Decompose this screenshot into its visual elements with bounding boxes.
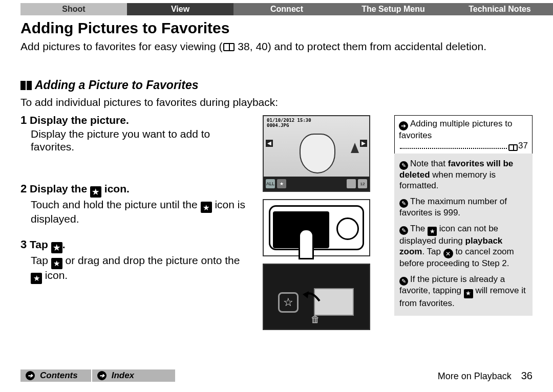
cancel-icon: ✕ — [443, 249, 453, 258]
step-3-body: Tap ★ or drag and drop the picture onto … — [31, 254, 251, 284]
footer: ➔ Contents ➔ Index More on Playback 36 — [0, 369, 553, 382]
tab-connect[interactable]: Connect — [233, 3, 340, 15]
note-icon: ✎ — [399, 199, 408, 208]
step-2-title-a: Display the — [30, 183, 90, 194]
footer-links: ➔ Contents ➔ Index — [20, 369, 176, 382]
top-tabs: Shoot View Connect The Setup Menu Techni… — [20, 3, 553, 15]
book-icon — [223, 43, 235, 51]
footer-contents-label: Contents — [40, 369, 78, 382]
leader-dots — [400, 148, 507, 149]
link-arrow-icon: ➔ — [97, 371, 107, 380]
tab-tech[interactable]: Technical Notes — [446, 3, 553, 15]
step-1-number: 1 — [20, 114, 27, 126]
thumb-star-icon: ★ — [277, 179, 286, 188]
notes-sidebar: ✎Note that favorites will be deleted whe… — [394, 154, 533, 316]
related-link-text: ➔Adding multiple pictures to favorites — [399, 119, 528, 141]
illus1-thumbbar: ALL ★ 12 — [264, 177, 369, 191]
tab-shoot[interactable]: Shoot — [20, 3, 127, 15]
star-icon: ★ — [464, 289, 473, 298]
step-3-body-c: icon. — [42, 269, 68, 281]
illus1-subject — [300, 134, 335, 173]
step-3: 3 Tap ★. Tap ★ or drag and drop the pict… — [20, 238, 251, 284]
link-arrow-icon: ➔ — [399, 121, 408, 130]
thumb-all: ALL — [266, 179, 275, 188]
step-2-body: Touch and hold the picture until the ★ i… — [31, 199, 251, 226]
step-1-title: Display the picture. — [30, 114, 129, 126]
note-1-a: Note that — [410, 159, 448, 168]
note-1: ✎Note that favorites will be deleted whe… — [399, 159, 527, 191]
thumb-pip — [347, 179, 356, 188]
footer-contents-link[interactable]: ➔ Contents — [20, 369, 91, 382]
next-arrow-icon: ▶ — [360, 140, 367, 147]
illus1-date: 01/10/2012 15:30 — [267, 118, 311, 123]
footer-section: More on Playback 36 — [438, 370, 533, 382]
drag-arrow-icon — [302, 288, 322, 303]
illustration-camera-touch — [263, 199, 370, 256]
step-2-number: 2 — [20, 182, 27, 195]
illustration-column: 01/10/2012 15:30 0004.JPG ◀ ▶ ALL ★ 12 ☆… — [263, 115, 381, 337]
link-arrow-icon: ➔ — [26, 371, 35, 380]
note-icon: ✎ — [399, 277, 408, 286]
star-icon: ★ — [90, 186, 101, 198]
step-2: 2 Display the ★ icon. Touch and hold the… — [20, 182, 251, 226]
note-icon: ✎ — [399, 161, 408, 170]
illustration-playback-screen: 01/10/2012 15:30 0004.JPG ◀ ▶ ALL ★ 12 — [263, 115, 370, 192]
illus1-filename: 0004.JPG — [267, 123, 289, 128]
page-title: Adding Pictures to Favorites — [20, 19, 229, 37]
section-subhead: Adding a Picture to Favorites — [20, 78, 199, 92]
note-4: ✎If the picture is already a favorite, t… — [399, 274, 527, 309]
step-2-title: Display the ★ icon. — [30, 183, 130, 194]
tab-setup[interactable]: The Setup Menu — [340, 3, 446, 15]
related-link-box[interactable]: ➔Adding multiple pictures to favorites 3… — [394, 115, 533, 156]
step-3-title-b: . — [62, 238, 66, 250]
note-3-d: . Tap — [422, 247, 443, 256]
steps-list: 1 Display the picture. Display the pictu… — [20, 114, 251, 296]
footer-index-label: Index — [112, 369, 134, 382]
linkbox-label: Adding multiple pictures to favorites — [399, 119, 512, 140]
step-2-body-a: Touch and hold the picture until the — [31, 199, 201, 210]
intro-part-b: 38, 40) and to protect them from acciden… — [235, 40, 486, 52]
subhead-text: Adding a Picture to Favorites — [35, 78, 199, 92]
step-1: 1 Display the picture. Display the pictu… — [20, 114, 251, 154]
subhead-marker-icon — [20, 81, 32, 90]
star-icon: ★ — [51, 242, 62, 253]
star-icon: ★ — [201, 202, 212, 213]
step-3-number: 3 — [20, 238, 27, 251]
step-3-body-a: Tap — [31, 254, 51, 266]
illustration-drag-to-favorite: ☆ 🗑 — [263, 264, 370, 330]
page-number: 36 — [521, 370, 533, 381]
prev-arrow-icon: ◀ — [266, 140, 273, 147]
footer-index-link[interactable]: ➔ Index — [92, 369, 175, 382]
note-3-a: The — [410, 224, 428, 233]
linkbox-page: 37 — [518, 141, 528, 151]
note-2-text: The maximum number of favorites is 999. — [399, 197, 507, 217]
intro-part-a: Add pictures to favorites for easy viewi… — [20, 40, 223, 52]
intro-text: Add pictures to favorites for easy viewi… — [20, 40, 533, 53]
book-icon — [508, 144, 518, 151]
note-icon: ✎ — [399, 226, 408, 235]
illus1-boat — [351, 143, 359, 153]
star-icon: ★ — [428, 227, 437, 236]
step-3-title-a: Tap — [30, 238, 51, 250]
star-icon: ★ — [51, 258, 62, 269]
note-2: ✎The maximum number of favorites is 999. — [399, 197, 527, 219]
step-2-title-b: icon. — [101, 183, 130, 194]
step-3-body-b: or drag and drop the picture onto the — [62, 254, 240, 266]
note-3: ✎The ★ icon can not be displayed during … — [399, 224, 527, 270]
thumb-count: 12 — [358, 179, 367, 188]
tab-view[interactable]: View — [127, 3, 233, 15]
footer-section-label: More on Playback — [438, 371, 512, 381]
step-1-body: Display the picture you want to add to f… — [31, 128, 251, 154]
star-icon: ★ — [31, 273, 42, 284]
trash-icon: 🗑 — [311, 314, 320, 325]
lead-text: To add individual pictures to favorites … — [20, 96, 278, 108]
favorite-drop-icon: ☆ — [278, 292, 299, 313]
step-3-title: Tap ★. — [30, 238, 65, 250]
